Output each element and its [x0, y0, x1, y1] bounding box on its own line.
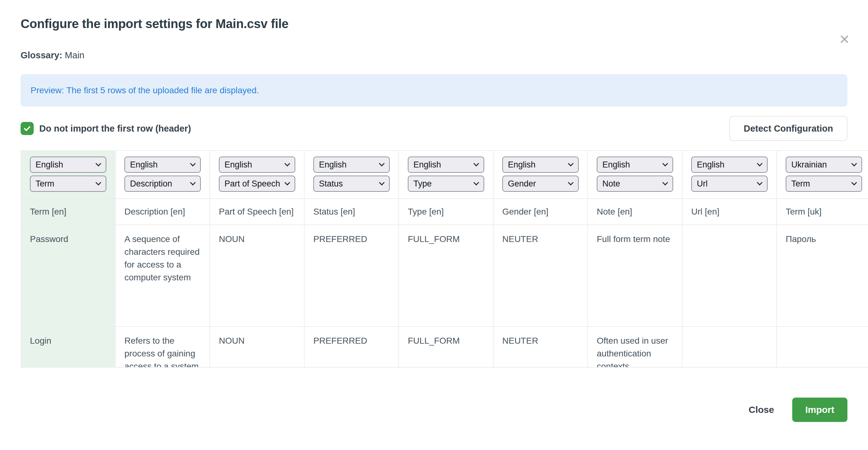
language-select[interactable]: English [313, 156, 390, 173]
table-cell [682, 225, 777, 326]
field-select[interactable]: Status [313, 176, 390, 192]
field-select[interactable]: Note [597, 176, 673, 192]
language-select[interactable]: English [691, 156, 768, 173]
checkmark-icon [23, 124, 31, 133]
column-config-cell: English Note [588, 151, 682, 198]
options-row: Do not import the first row (header) Det… [21, 116, 847, 141]
column-header: Term [en] [21, 199, 116, 224]
column-config-cell: Ukrainian Term [777, 151, 868, 198]
table-cell: NOUN [210, 327, 305, 368]
field-select[interactable]: Term [30, 176, 106, 192]
close-button[interactable]: Close [749, 404, 774, 415]
table-cell: Пароль [777, 225, 868, 326]
language-select[interactable]: English [408, 156, 484, 173]
table-cell: Full form term note [588, 225, 682, 326]
table-cell: NEUTER [494, 327, 588, 368]
table-cell [777, 327, 868, 368]
field-select[interactable]: Term [786, 176, 862, 192]
column-header: Type [en] [399, 199, 494, 224]
field-select[interactable]: Part of Speech [219, 176, 295, 192]
close-icon[interactable]: ✕ [839, 33, 850, 46]
table-cell: NEUTER [494, 225, 588, 326]
language-select[interactable]: English [219, 156, 295, 173]
glossary-line: Glossary: Main [21, 50, 847, 60]
import-settings-modal: ✕ Configure the import settings for Main… [0, 17, 868, 450]
table-cell: Password [21, 225, 116, 326]
field-select[interactable]: Gender [502, 176, 579, 192]
language-select[interactable]: English [124, 156, 201, 173]
glossary-label: Glossary: [21, 50, 62, 60]
table-cell: PREFERRED [305, 225, 399, 326]
table-cell: FULL_FORM [399, 327, 494, 368]
page-title: Configure the import settings for Main.c… [21, 17, 847, 31]
column-mapping-row: English Term English Description English… [21, 151, 868, 199]
table-cell: Login [21, 327, 116, 368]
modal-footer: Close Import [0, 398, 868, 422]
column-header: Url [en] [682, 199, 777, 224]
skip-header-checkbox-label: Do not import the first row (header) [39, 123, 191, 134]
column-header: Status [en] [305, 199, 399, 224]
column-config-cell: English Status [305, 151, 399, 198]
column-config-cell: English Type [399, 151, 494, 198]
field-select[interactable]: Type [408, 176, 484, 192]
column-header: Note [en] [588, 199, 682, 224]
glossary-value: Main [65, 50, 85, 60]
table-row: Login Refers to the process of gaining a… [21, 327, 868, 368]
import-preview-table: English Term English Description English… [21, 151, 868, 368]
table-cell: NOUN [210, 225, 305, 326]
table-header-row: Term [en] Description [en] Part of Speec… [21, 199, 868, 225]
column-config-cell: English Term [21, 151, 116, 198]
language-select[interactable]: English [597, 156, 673, 173]
import-preview-table-scroll[interactable]: English Term English Description English… [21, 150, 868, 368]
table-row: Password A sequence of characters requir… [21, 225, 868, 327]
field-select[interactable]: Url [691, 176, 768, 192]
skip-header-checkbox[interactable] [21, 122, 34, 135]
column-header: Term [uk] [777, 199, 868, 224]
column-config-cell: English Url [682, 151, 777, 198]
table-cell: Often used in user authentication contex… [588, 327, 682, 368]
column-header: Gender [en] [494, 199, 588, 224]
import-button[interactable]: Import [792, 398, 847, 422]
column-config-cell: English Description [116, 151, 210, 198]
column-header: Part of Speech [en] [210, 199, 305, 224]
table-cell [682, 327, 777, 368]
table-cell: PREFERRED [305, 327, 399, 368]
language-select[interactable]: English [30, 156, 106, 173]
language-select[interactable]: Ukrainian [786, 156, 862, 173]
preview-notice: Preview: The first 5 rows of the uploade… [21, 74, 847, 107]
detect-configuration-button[interactable]: Detect Configuration [729, 116, 847, 141]
column-config-cell: English Gender [494, 151, 588, 198]
field-select[interactable]: Description [124, 176, 201, 192]
table-cell: Refers to the process of gaining access … [116, 327, 210, 368]
table-cell: FULL_FORM [399, 225, 494, 326]
preview-notice-text: Preview: The first 5 rows of the uploade… [31, 85, 259, 95]
table-cell: A sequence of characters required for ac… [116, 225, 210, 326]
column-config-cell: English Part of Speech [210, 151, 305, 198]
skip-header-checkbox-group[interactable]: Do not import the first row (header) [21, 122, 191, 135]
language-select[interactable]: English [502, 156, 579, 173]
column-header: Description [en] [116, 199, 210, 224]
